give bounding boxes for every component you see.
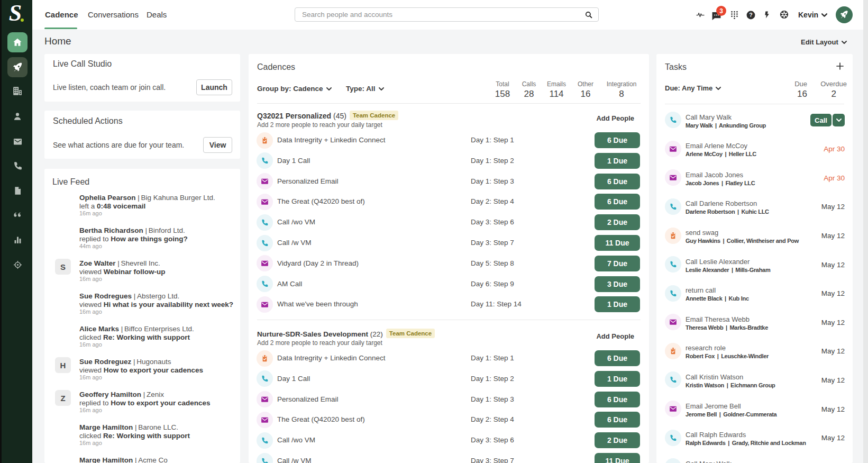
svg-text:?: ?: [749, 12, 753, 18]
